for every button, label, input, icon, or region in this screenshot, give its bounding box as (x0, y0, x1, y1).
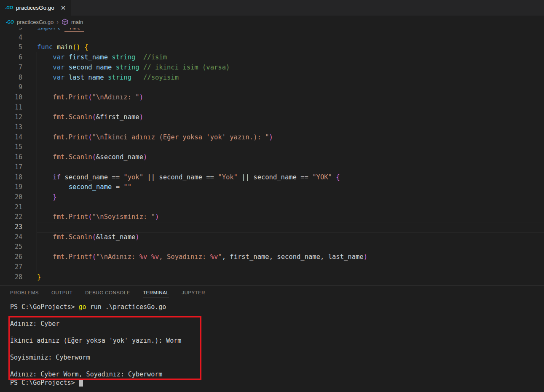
terminal[interactable]: PS C:\GoProjects> go run .\practicesGo.g… (0, 303, 544, 392)
code-line-text: func main() { (37, 42, 88, 52)
code-line-16[interactable]: 16 fmt.Scanln(&second_name) (0, 152, 544, 162)
code-line-27[interactable]: 27 (0, 262, 544, 272)
code-token: //soyisim (131, 74, 179, 81)
close-icon[interactable]: ✕ (61, 5, 66, 11)
line-number: 7 (0, 62, 22, 72)
code-token: } (37, 273, 41, 281)
code-line-text: import "fmt" (37, 28, 84, 32)
line-number: 21 (0, 202, 22, 212)
code-line-text: fmt.Scanln(&first_name) (37, 112, 143, 122)
line-number: 16 (0, 152, 22, 162)
code-line-26[interactable]: 26 fmt.Printf("\nAdınız: %v %v, Soyadını… (0, 252, 544, 262)
code-line-12[interactable]: 12 fmt.Scanln(&first_name) (0, 112, 544, 122)
code-token: fmt.Print (53, 133, 88, 141)
panel-tab-problems[interactable]: PROBLEMS (10, 285, 39, 298)
code-token: %v (210, 253, 218, 261)
code-line-24[interactable]: 24 fmt.Scanln(&last_name) (0, 232, 544, 242)
code-token: second_name (69, 183, 112, 191)
code-line-18[interactable]: 18 if second_name == "yok" || second_nam… (0, 172, 544, 182)
panel-tab-output[interactable]: OUTPUT (51, 285, 72, 298)
code-line-28[interactable]: 28} (0, 272, 544, 282)
terminal-line (10, 362, 544, 370)
code-line-13[interactable]: 13 (0, 122, 544, 132)
code-token: "Yok" (218, 173, 238, 181)
code-token: ( (92, 113, 96, 121)
code-line-text: var first_name string //isim (37, 52, 167, 62)
code-token: second_name == (61, 173, 123, 181)
line-number: 4 (0, 32, 22, 43)
go-file-icon: -GO (5, 5, 13, 10)
code-line-19[interactable]: 19 second_name = "" (0, 182, 544, 192)
panel-tab-jupyter[interactable]: JUPYTER (182, 285, 205, 298)
code-line-17[interactable]: 17 (0, 162, 544, 172)
line-number: 14 (0, 132, 22, 142)
code-line-20[interactable]: 20 } (0, 192, 544, 202)
code-token: fmt.Scanln (53, 113, 92, 121)
line-number: 20 (0, 192, 22, 202)
tab-practicesgo[interactable]: -GO practicesGo.go ✕ (0, 0, 71, 16)
code-line-21[interactable]: 21 (0, 202, 544, 212)
line-number: 13 (0, 122, 22, 132)
code-token: ( (88, 133, 92, 141)
code-line-22[interactable]: 22 fmt.Print("\nSoyisminiz: ") (0, 212, 544, 222)
code-token: run .\practicesGo.go (86, 303, 166, 311)
code-line-5[interactable]: 5func main() { (0, 42, 544, 52)
code-token: &second_name (96, 153, 143, 161)
terminal-line: PS C:\GoProjects> (10, 379, 544, 387)
code-token: string (112, 53, 135, 61)
code-token: &last_name (96, 233, 135, 241)
code-token: } (53, 193, 56, 201)
code-token: || second_name == (143, 173, 218, 181)
code-token: // ikinci isim (varsa) (139, 64, 230, 71)
code-token (80, 43, 84, 51)
code-token: ) (364, 253, 367, 261)
code-line-8[interactable]: 8 var last_name string //soyisim (0, 72, 544, 83)
panel-tab-terminal[interactable]: TERMINAL (143, 285, 169, 298)
line-number: 26 (0, 252, 22, 262)
code-token: "yok" (123, 173, 143, 181)
code-line-9[interactable]: 9 (0, 82, 544, 92)
code-line-11[interactable]: 11 (0, 102, 544, 112)
line-number: 12 (0, 112, 22, 122)
code-token: fmt.Scanln (53, 153, 92, 161)
code-token: PS C:\GoProjects> (10, 379, 79, 387)
terminal-line (10, 345, 544, 353)
line-number: 17 (0, 162, 22, 172)
bottom-panel: PROBLEMSOUTPUTDEBUG CONSOLETERMINALJUPYT… (0, 285, 544, 392)
code-editor[interactable]: 3import "fmt"45func main() {6 var first_… (0, 28, 544, 285)
breadcrumb-file[interactable]: practicesGo.go (17, 19, 54, 25)
line-number: 18 (0, 172, 22, 182)
code-token: "\nİkinci adınız (Eğer yoksa 'yok' yazın… (92, 133, 269, 141)
code-token: var (53, 53, 64, 61)
code-line-25[interactable]: 25 (0, 242, 544, 252)
code-token (108, 53, 112, 61)
code-line-23[interactable]: 23 (0, 222, 544, 232)
breadcrumb-symbol[interactable]: main (71, 19, 83, 25)
code-token (37, 53, 53, 61)
code-line-15[interactable]: 15 (0, 142, 544, 152)
code-line-text: second_name = "" (37, 182, 131, 192)
chevron-right-icon: › (56, 19, 59, 25)
code-token: ) (139, 93, 143, 101)
code-line-text: fmt.Print("\nİkinci adınız (Eğer yoksa '… (37, 132, 273, 142)
code-token: { (336, 173, 340, 181)
code-line-7[interactable]: 7 var second_name string // ikinci isim … (0, 62, 544, 72)
panel-tab-debug-console[interactable]: DEBUG CONSOLE (85, 285, 130, 298)
terminal-cursor (79, 379, 83, 387)
code-line-text: } (37, 192, 57, 202)
line-number: 3 (0, 28, 22, 32)
code-token: ) (155, 213, 159, 221)
code-line-3[interactable]: 3import "fmt" (0, 28, 544, 32)
code-line-text: fmt.Print("\nAdınız: ") (37, 92, 143, 102)
line-number: 23 (0, 222, 22, 232)
code-token (37, 183, 69, 191)
code-token: ) (139, 113, 143, 121)
go-file-icon: -GO (6, 20, 14, 24)
code-line-14[interactable]: 14 fmt.Print("\nİkinci adınız (Eğer yoks… (0, 132, 544, 142)
code-token: ( (92, 253, 96, 261)
code-token: last_name (69, 74, 104, 81)
code-line-4[interactable]: 4 (0, 32, 544, 43)
code-line-6[interactable]: 6 var first_name string //isim (0, 52, 544, 62)
code-token: var (53, 64, 64, 71)
code-line-10[interactable]: 10 fmt.Print("\nAdınız: ") (0, 92, 544, 102)
